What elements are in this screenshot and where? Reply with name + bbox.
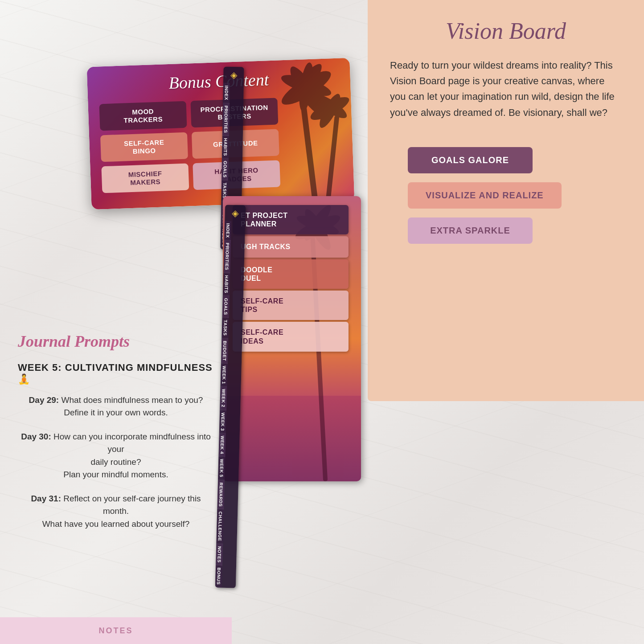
self-care-ideas-button[interactable]: SELF-CARE IDEAS — [233, 322, 349, 351]
vision-board-title: Vision Board — [390, 18, 622, 44]
sidebar2-week4[interactable]: Week 4 — [218, 433, 226, 457]
sidebar2-habits[interactable]: Habits — [223, 273, 230, 296]
doodle-duel-button[interactable]: DOODLE DUEL — [233, 259, 349, 289]
self-care-tips-button[interactable]: SELF-CARE TIPS — [233, 291, 349, 320]
laugh-tracks-button[interactable]: UGH TRACKS — [233, 236, 349, 257]
mood-trackers-button[interactable]: MOOD TRACKERS — [99, 101, 187, 131]
sidebar-item-index[interactable]: Index — [223, 83, 230, 103]
journal-prompts-section: Journal Prompts WEEK 5: CULTIVATING MIND… — [0, 319, 232, 555]
sidebar2-week3[interactable]: Week 3 — [219, 410, 226, 434]
week-heading: WEEK 5: CULTIVATING MINDFULNESS 🧘 — [18, 362, 214, 385]
journal-prompt-day31: Day 31: Reflect on your self-care journe… — [18, 492, 214, 531]
bonus-items-grid: MOOD TRACKERS PROCRASTINATION BUSTERS SE… — [99, 98, 281, 193]
sidebar2-priorities[interactable]: Priorities — [223, 241, 231, 273]
bonus-card-wrapper: Bonus Content MOOD TRACKERS PROCRASTINAT… — [87, 58, 355, 209]
sidebar2-week2[interactable]: Week 2 — [220, 387, 227, 410]
sidebar2-index[interactable]: Index — [224, 221, 231, 241]
mischief-makers-button[interactable]: MISCHIEF MAKERS — [101, 164, 189, 193]
sidebar2-challenge[interactable]: Challenge — [216, 509, 224, 544]
journal-prompts-title: Journal Prompts — [18, 332, 214, 351]
sidebar2-week1[interactable]: Week 1 — [221, 363, 228, 387]
bonus-content-title: Bonus Content — [98, 67, 339, 95]
journal-prompt-day29: Day 29: What does mindfulness mean to yo… — [18, 394, 214, 419]
sidebar-item-goals[interactable]: Goals — [222, 159, 229, 180]
menu-items-panel: ET PROJECT PLANNER UGH TRACKS DOODLE DUE… — [233, 205, 349, 352]
sidebar2-tasks[interactable]: Tasks — [222, 318, 229, 339]
visualize-realize-button[interactable]: VISUALIZE AND REALIZE — [408, 182, 562, 209]
bonus-card-content: Bonus Content MOOD TRACKERS PROCRASTINAT… — [87, 58, 354, 202]
sidebar-nav-icon-1: ◈ — [223, 67, 244, 83]
project-planner-button[interactable]: ET PROJECT PLANNER — [233, 205, 349, 234]
sidebar-item-habits[interactable]: Habits — [222, 135, 229, 158]
notes-label: NOTES — [98, 626, 133, 636]
vision-board-panel: Vision Board Ready to turn your wildest … — [368, 0, 644, 401]
notes-bar: NOTES — [0, 617, 232, 644]
sidebar2-goals[interactable]: Goals — [222, 295, 230, 317]
journal-prompt-day30: Day 30: How can you incorporate mindfuln… — [18, 431, 214, 481]
sidebar2-rewards[interactable]: Rewards — [217, 480, 225, 509]
sidebar2-bonus[interactable]: Bonus — [215, 565, 222, 587]
self-care-bingo-button[interactable]: SELF-CARE BINGO — [100, 132, 188, 162]
sidebar2-notes[interactable]: Notes — [216, 544, 223, 565]
goals-galore-button[interactable]: GOALS GALORE — [408, 147, 533, 173]
sidebar2-week5[interactable]: Week 5 — [218, 457, 225, 480]
vision-board-description: Ready to turn your wildest dreams into r… — [390, 57, 622, 120]
bonus-card: Bonus Content MOOD TRACKERS PROCRASTINAT… — [87, 58, 355, 209]
sidebar-nav-icon-2: ◈ — [225, 205, 246, 222]
sidebar-item-priorities[interactable]: Priorities — [222, 103, 230, 136]
sidebar2-budget[interactable]: Budget — [221, 338, 228, 364]
vision-board-buttons: GOALS GALORE VISUALIZE AND REALIZE EXTRA… — [390, 147, 622, 244]
extra-sparkle-button[interactable]: EXTRA SPARKLE — [408, 217, 533, 244]
